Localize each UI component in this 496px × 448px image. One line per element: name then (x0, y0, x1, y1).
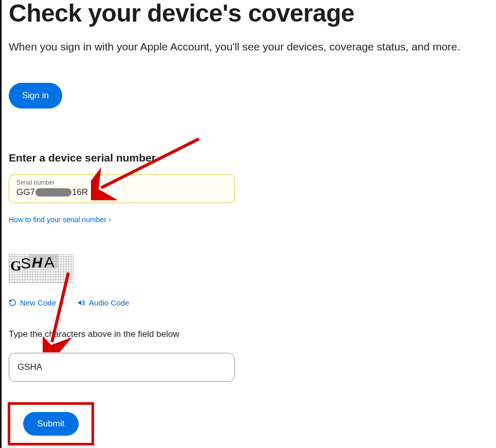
refresh-icon (9, 299, 16, 307)
audio-code-button[interactable]: Audio Code (77, 298, 129, 307)
serial-floating-label: Serial number (16, 179, 227, 186)
sign-in-button[interactable]: Sign in (9, 83, 62, 109)
submit-button[interactable]: Submit (23, 412, 79, 436)
captcha-image: G S H A (9, 254, 74, 283)
captcha-input[interactable] (9, 353, 235, 382)
serial-heading: Enter a device serial number (9, 152, 496, 164)
serial-value: GG716R (16, 187, 227, 198)
find-serial-text: How to find your serial number (9, 216, 106, 224)
captcha-instruction: Type the characters above in the field b… (9, 329, 496, 339)
captcha-char: S (21, 255, 31, 272)
page-subtitle: When you sign in with your Apple Account… (9, 41, 496, 53)
submit-highlight-box: Submit (8, 402, 94, 445)
audio-code-label: Audio Code (89, 298, 129, 307)
captcha-char: H (32, 255, 42, 271)
serial-suffix: 16R (72, 187, 88, 198)
serial-input-field[interactable]: Serial number GG716R (9, 174, 235, 203)
serial-prefix: GG7 (16, 187, 35, 198)
new-code-button[interactable]: New Code (9, 298, 56, 307)
find-serial-link[interactable]: How to find your serial number › (9, 216, 111, 224)
divider (66, 298, 67, 308)
chevron-right-icon: › (108, 216, 111, 223)
captcha-char: A (44, 254, 54, 271)
new-code-label: New Code (20, 298, 56, 307)
redacted-portion (35, 188, 71, 196)
captcha-char: G (10, 258, 22, 274)
audio-icon (77, 299, 85, 307)
page-title: Check your device's coverage (9, 0, 496, 27)
